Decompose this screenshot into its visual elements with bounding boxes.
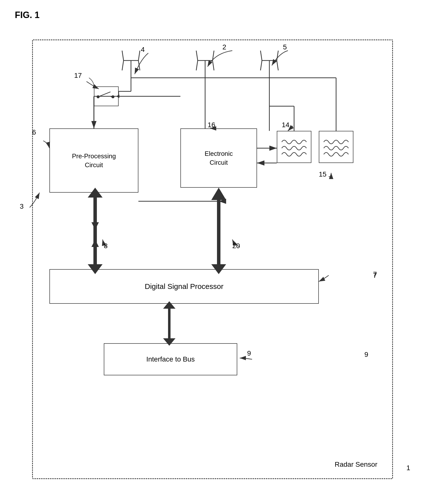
svg-marker-48 bbox=[211, 188, 226, 200]
connections-svg bbox=[0, 0, 430, 504]
ref-8: 8 bbox=[104, 242, 108, 250]
svg-marker-52 bbox=[163, 301, 175, 309]
svg-marker-53 bbox=[163, 338, 175, 346]
ref-9-label: 9 bbox=[247, 349, 251, 357]
svg-marker-49 bbox=[211, 264, 226, 274]
ref-7-label: 7 bbox=[373, 270, 377, 278]
svg-marker-45 bbox=[88, 188, 103, 198]
svg-marker-46 bbox=[88, 264, 103, 274]
ref-20: 20 bbox=[232, 242, 240, 250]
